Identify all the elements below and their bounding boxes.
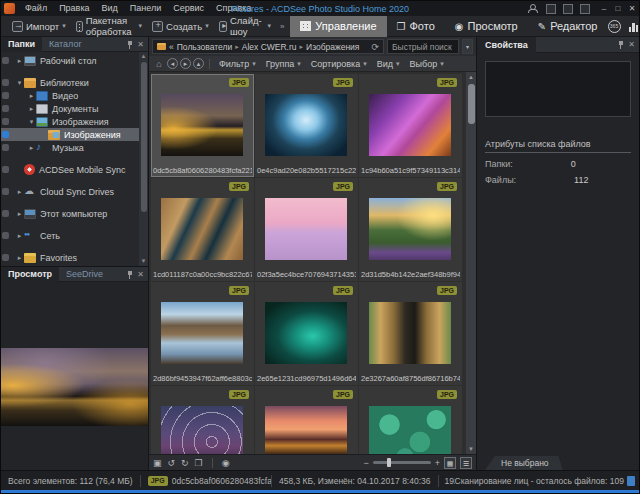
easy-select-marker[interactable] xyxy=(2,131,9,138)
breadcrumb[interactable]: « Пользователи ▸ Alex CWER.ru ▸ Изображе… xyxy=(152,39,384,54)
breadcrumb-users[interactable]: Пользователи xyxy=(177,42,232,52)
tree-item-this-pc[interactable]: ▸Этот компьютер xyxy=(1,207,139,220)
tree-item-cloud-sync[interactable]: ▸Cloud Sync Drives xyxy=(1,185,139,198)
tree-scrollbar[interactable]: ▲ ▼ xyxy=(139,52,148,266)
breadcrumb-back[interactable]: « xyxy=(169,42,174,52)
tab-manage[interactable]: Управление xyxy=(290,16,386,37)
scroll-down-icon[interactable]: ▼ xyxy=(139,257,148,266)
zoom-slider[interactable] xyxy=(373,461,431,464)
minimize-button[interactable]: – xyxy=(597,1,611,16)
refresh-icon[interactable]: ⟳ xyxy=(371,42,379,52)
tab-folders[interactable]: Папки xyxy=(1,37,42,52)
import-button[interactable]: Импорт▾ xyxy=(7,17,71,36)
menu-tools[interactable]: Сервис xyxy=(167,1,210,16)
save-icon[interactable]: ▣ xyxy=(153,456,162,470)
file-thumbnail[interactable]: JPG2e65e1231cd96975d1496d6448... xyxy=(255,282,358,385)
up-icon[interactable]: ▲ xyxy=(193,58,204,69)
filter-button[interactable]: Фильтр▾ xyxy=(215,57,260,71)
tab-catalog[interactable]: Каталог xyxy=(42,37,89,52)
easy-select-marker[interactable] xyxy=(2,92,9,99)
collapse-icon[interactable]: ▾ xyxy=(15,79,24,87)
tree-item-favorites[interactable]: ▸Favorites xyxy=(1,251,139,264)
rotate-left-icon[interactable]: ↺ xyxy=(168,456,176,470)
file-thumbnail[interactable]: JPG1cd011187c0a00cc9bc822c670... xyxy=(151,178,254,281)
tree-item-documents[interactable]: ▸Документы xyxy=(1,102,139,115)
tree-item-mobile-sync[interactable]: ACDSee Mobile Sync xyxy=(1,163,139,176)
view-button[interactable]: Вид▾ xyxy=(373,57,404,71)
expand-icon[interactable]: ▸ xyxy=(27,92,36,100)
zoom-in-icon[interactable]: + xyxy=(435,456,440,470)
acdsee365-icon[interactable]: 365 xyxy=(608,20,621,33)
file-thumbnail[interactable]: JPG0dc5cb8af0606280483fcfa221b... xyxy=(151,74,254,177)
thumbnail-view-button[interactable]: ▦ xyxy=(444,457,456,469)
file-thumbnail[interactable]: JPG2d31d5b4b142e2aef348b9f94d... xyxy=(359,178,462,281)
group-button[interactable]: Группа▾ xyxy=(262,57,305,71)
copy-icon[interactable]: ❐ xyxy=(195,456,203,470)
rotate-right-icon[interactable]: ↻ xyxy=(181,456,189,470)
workspace-button-2[interactable] xyxy=(563,4,573,14)
tree-item-video[interactable]: ▸Видео xyxy=(1,89,139,102)
pin-icon[interactable] xyxy=(617,40,624,49)
close-icon[interactable]: ✕ xyxy=(628,40,635,49)
zoom-out-icon[interactable]: − xyxy=(363,456,368,470)
easy-select-marker[interactable] xyxy=(2,254,9,261)
sort-button[interactable]: Сортировка▾ xyxy=(307,57,371,71)
easy-select-marker[interactable] xyxy=(2,118,9,125)
search-input[interactable]: Быстрый поиск xyxy=(387,39,459,54)
scroll-up-icon[interactable]: ▲ xyxy=(466,72,476,82)
autoplay-icon[interactable]: ◉ xyxy=(222,456,230,470)
tab-edit[interactable]: ✎ Редактор xyxy=(528,16,608,37)
scroll-down-icon[interactable]: ▼ xyxy=(466,444,476,454)
easy-select-marker[interactable] xyxy=(2,232,9,239)
expand-icon[interactable]: ▸ xyxy=(15,210,24,218)
expand-icon[interactable]: ▸ xyxy=(15,57,24,65)
tab-photos[interactable]: ❐ Фото xyxy=(387,16,445,37)
tab-view[interactable]: ◉ Просмотр xyxy=(445,16,528,37)
tab-not-selected[interactable]: Не выбрано xyxy=(485,456,563,470)
menu-file[interactable]: Файл xyxy=(19,1,53,16)
search-dropdown-button[interactable]: ▾ xyxy=(462,39,473,54)
maximize-button[interactable]: □ xyxy=(611,1,625,16)
select-button[interactable]: Выбор▾ xyxy=(406,57,448,71)
file-thumbnail[interactable]: JPG0e4c9ad20e082b5517215c2269f... xyxy=(255,74,358,177)
create-button[interactable]: Создать▾ xyxy=(147,17,214,36)
scroll-up-icon[interactable]: ▲ xyxy=(139,52,148,61)
tree-item-libraries[interactable]: ▾Библиотеки xyxy=(1,76,139,89)
pin-icon[interactable] xyxy=(126,270,133,279)
file-thumbnail[interactable]: JPG xyxy=(151,386,254,454)
file-thumbnail[interactable]: JPG02f3a5ec4bce7076943714353c7... xyxy=(255,178,358,281)
file-thumbnail[interactable]: JPG1c94b60a51c9f57349113c31402... xyxy=(359,74,462,177)
expand-icon[interactable]: ▸ xyxy=(27,144,36,152)
expand-icon[interactable]: ▸ xyxy=(27,105,36,113)
easy-select-marker[interactable] xyxy=(2,210,9,217)
expand-icon[interactable]: ▸ xyxy=(15,254,24,262)
close-button[interactable]: ✕ xyxy=(625,1,639,16)
back-icon[interactable]: ◄ xyxy=(167,58,178,69)
menu-edit[interactable]: Правка xyxy=(53,1,95,16)
dashboard-icon[interactable] xyxy=(629,21,640,32)
forward-icon[interactable]: ► xyxy=(180,58,191,69)
file-thumbnail[interactable]: JPG2d86bf9453947f62aff6e8803c23... xyxy=(151,282,254,385)
menu-help[interactable]: Справка xyxy=(210,1,257,16)
tree-item-music[interactable]: ▸Музыка xyxy=(1,141,139,154)
easy-select-marker[interactable] xyxy=(2,105,9,112)
tree-item-network[interactable]: ▸Сеть xyxy=(1,229,139,242)
menu-view[interactable]: Вид xyxy=(96,1,124,16)
file-thumbnail[interactable]: JPG2e3267a60af8756df86716b74d4... xyxy=(359,282,462,385)
breadcrumb-pictures[interactable]: Изображения xyxy=(306,42,359,52)
tree-item-pictures-folder[interactable]: Изображения xyxy=(1,128,139,141)
easy-select-marker[interactable] xyxy=(2,166,9,173)
tree-item-pictures-lib[interactable]: ▾Изображения xyxy=(1,115,139,128)
pin-icon[interactable] xyxy=(126,40,133,49)
details-view-button[interactable]: ☰ xyxy=(460,457,472,469)
easy-select-marker[interactable] xyxy=(2,57,9,64)
menu-panels[interactable]: Панели xyxy=(124,1,167,16)
toolbar-overflow-icon[interactable]: » xyxy=(276,22,288,31)
file-thumbnail[interactable]: JPG xyxy=(255,386,358,454)
tab-preview[interactable]: Просмотр xyxy=(1,267,59,282)
tab-properties[interactable]: Свойства xyxy=(477,37,536,53)
close-icon[interactable]: ✕ xyxy=(137,270,144,279)
file-thumbnail[interactable]: JPG xyxy=(359,386,462,454)
expand-icon[interactable]: ▸ xyxy=(15,188,24,196)
tree-item-desktop[interactable]: ▸Рабочий стол xyxy=(1,54,139,67)
